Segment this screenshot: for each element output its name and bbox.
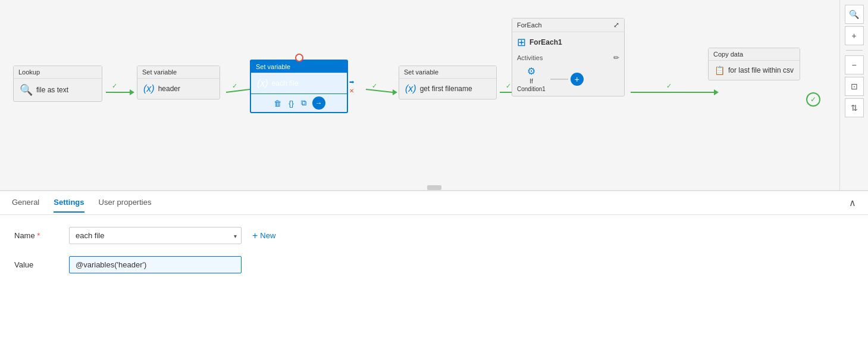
activities-content: ⚙ If Condition1 + [517, 66, 619, 92]
svg-text:✓: ✓ [666, 82, 672, 89]
search-btn[interactable]: 🔍 [845, 5, 864, 24]
collapse-handle[interactable] [427, 185, 441, 190]
go-icon[interactable]: → [312, 96, 325, 110]
set-variable-header-node[interactable]: Set variable (x) header [137, 66, 220, 99]
value-label: Value [14, 260, 62, 269]
side-arrow-bottom[interactable]: ✕ [349, 88, 354, 94]
settings-panel-content: Name each file ▾ + New Value [0, 215, 868, 285]
add-activity-btn[interactable]: + [571, 73, 584, 86]
name-select-wrapper: each file ▾ [69, 227, 242, 244]
value-input[interactable] [69, 256, 242, 273]
if-icon: ⚙ [527, 66, 535, 77]
node-top-circle [295, 54, 303, 62]
minus-icon: − [851, 60, 856, 70]
copy-data-header: Copy data [709, 48, 800, 61]
foreach-body-icon: ⊞ [517, 36, 526, 49]
canvas-toolbar: 🔍 + − ⊡ ⇅ [839, 0, 868, 191]
lookup-icon: 🔍 [20, 83, 33, 96]
set-variable-each-file-node[interactable]: Set variable (x) each file 🗑 {} ⧉ → ➡ ✕ [250, 60, 348, 113]
zoom-out-btn[interactable]: − [845, 55, 864, 74]
foreach-node[interactable]: ForEach ⤢ ⊞ ForEach1 Activities ✏ ⚙ If C… [512, 18, 625, 96]
side-arrow-top[interactable]: ➡ [349, 79, 354, 85]
condition-label: Condition1 [517, 86, 546, 92]
if-condition-node[interactable]: ⚙ If Condition1 [517, 66, 546, 92]
svg-marker-7 [393, 89, 397, 95]
activities-edit-icon[interactable]: ✏ [613, 54, 619, 62]
foreach-expand-icon[interactable]: ⤢ [613, 21, 619, 29]
foreach-title: ForEach [517, 21, 542, 29]
value-row: Value [14, 256, 854, 273]
set-var-3-icon: (x) [405, 83, 416, 94]
pipeline-canvas: ✓ ✓ ✓ ✓ ✓ Lookup 🔍 file as text Set vari… [0, 0, 868, 191]
set-var-3-sublabel: get first filename [420, 85, 472, 93]
svg-line-6 [366, 89, 393, 92]
copy-data-icon: 📋 [715, 66, 725, 75]
new-button[interactable]: + New [249, 228, 279, 244]
set-var-2-label: Set variable [256, 63, 290, 70]
set-variable-filename-node[interactable]: Set variable (x) get first filename [399, 66, 497, 99]
copy-data-sublabel: for last file within csv [728, 66, 794, 74]
copy-data-node[interactable]: Copy data 📋 for last file within csv [708, 48, 800, 80]
foreach-body-title: ForEach1 [529, 38, 562, 46]
copy-data-label: Copy data [713, 51, 743, 58]
plus-new-icon: + [252, 230, 258, 241]
zoom-in-btn[interactable]: + [845, 26, 864, 45]
search-icon: 🔍 [849, 10, 859, 19]
set-variable-header-title: Set variable [137, 66, 220, 79]
node-action-bar: 🗑 {} ⧉ → [251, 94, 347, 112]
svg-marker-13 [714, 89, 719, 95]
svg-marker-1 [130, 89, 134, 95]
bottom-panel: General Settings User properties ∧ Name … [0, 191, 868, 349]
svg-text:✓: ✓ [506, 82, 511, 89]
lookup-header: Lookup [14, 66, 102, 79]
name-select[interactable]: each file [69, 227, 242, 244]
lookup-label: Lookup [18, 68, 40, 76]
name-row: Name each file ▾ + New [14, 227, 854, 244]
tab-general[interactable]: General [12, 193, 39, 213]
copy-icon[interactable]: ⧉ [300, 97, 308, 109]
svg-text:✓: ✓ [232, 82, 237, 89]
copy-done-check: ✓ [806, 92, 820, 107]
collapse-panel-btn[interactable]: ∧ [849, 197, 856, 208]
name-label: Name [14, 231, 62, 240]
activities-label-text: Activities [517, 54, 543, 61]
set-variable-each-file-header: Set variable [251, 61, 347, 73]
tab-user-properties[interactable]: User properties [99, 193, 152, 213]
set-var-1-icon: (x) [143, 83, 155, 94]
delete-icon[interactable]: 🗑 [272, 98, 283, 109]
edit-expression-icon[interactable]: {} [287, 98, 295, 109]
fit-btn[interactable]: ⊡ [845, 77, 864, 96]
fit-icon: ⊡ [851, 82, 858, 91]
arrange-btn[interactable]: ⇅ [845, 98, 864, 117]
lookup-sublabel: file as text [36, 86, 68, 94]
if-label: If [529, 78, 533, 85]
set-var-3-header: Set variable [399, 66, 496, 79]
set-var-2-icon: (x) [257, 78, 268, 89]
set-var-1-sublabel: header [158, 85, 180, 93]
toolbar-divider-1 [846, 50, 863, 51]
svg-text:✓: ✓ [372, 82, 377, 89]
arrange-icon: ⇅ [851, 103, 858, 113]
tabs-list: General Settings User properties [12, 193, 151, 213]
tab-settings[interactable]: Settings [54, 193, 84, 213]
new-button-label: New [260, 231, 275, 240]
set-var-2-sublabel: each file [272, 79, 299, 88]
foreach-header: ForEach ⤢ [512, 18, 624, 32]
plus-icon: + [851, 31, 856, 40]
svg-line-3 [226, 89, 250, 92]
set-var-3-label: Set variable [404, 68, 438, 76]
set-var-1-label: Set variable [142, 68, 177, 76]
tabs-row: General Settings User properties ∧ [0, 191, 868, 215]
svg-text:✓: ✓ [112, 82, 117, 89]
lookup-node[interactable]: Lookup 🔍 file as text [13, 66, 102, 102]
